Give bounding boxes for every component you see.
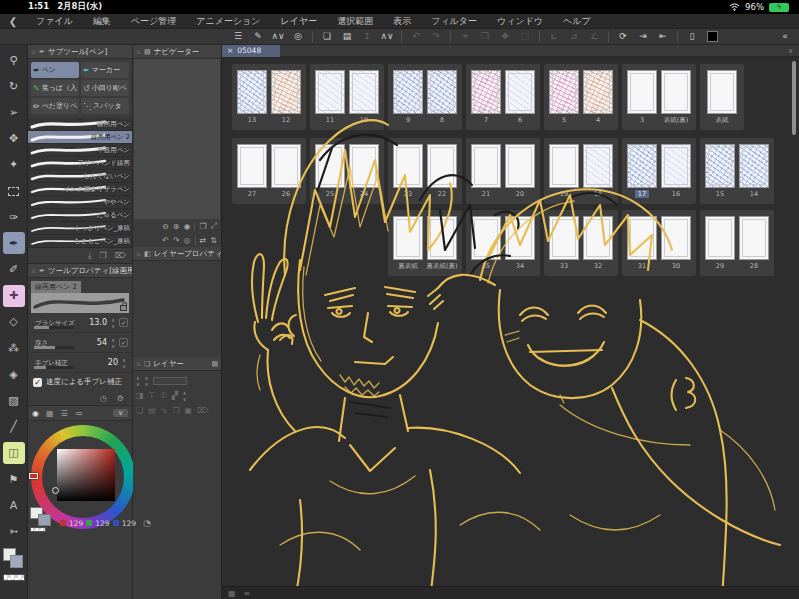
vertical-scrollbar[interactable] [792, 61, 796, 135]
page-thumbnail-image[interactable] [583, 216, 613, 260]
page-thumbnail[interactable]: 26 [271, 144, 301, 204]
color-wheel-tab[interactable]: ◉ [32, 409, 39, 418]
page-thumbnail-image[interactable] [627, 216, 657, 260]
merge-down-icon[interactable]: ❐ [172, 406, 179, 415]
text-tool[interactable]: A [3, 494, 25, 516]
page-spread-card[interactable]: 3表紙(裏) [622, 64, 696, 130]
speed-stabilize-row[interactable]: ✓ 速度による手ブレ補正 [28, 373, 132, 391]
color-slider-tab[interactable]: ☰ [61, 409, 68, 418]
page-thumbnail-image[interactable] [427, 144, 457, 188]
next-page-icon[interactable]: ⇥ [633, 29, 653, 44]
delete-layer-icon[interactable]: ⌦ [197, 406, 208, 415]
brush-row-2[interactable]: 不器用ペン [28, 144, 132, 157]
page-thumbnail[interactable]: 20 [505, 144, 535, 204]
brush-stroke-preview[interactable] [31, 293, 129, 313]
page-thumbnail-image[interactable] [661, 70, 691, 114]
strip-color-swatches[interactable] [3, 548, 25, 574]
color-panel-collapse-icon[interactable]: ∨ [113, 409, 128, 417]
brush-row-1[interactable]: 線画用ペン 2 [28, 131, 132, 144]
page-thumbnail[interactable]: 裏表紙(裏) [427, 216, 457, 276]
property-value[interactable]: 13.0 [89, 318, 107, 327]
preset-chip[interactable]: 線画用ペン 2 [31, 281, 81, 293]
subtool-group-5[interactable]: ⋱スパッタ [81, 98, 129, 114]
subtool-panel-header[interactable]: ≡ ✒ サブツール[ペン] [28, 45, 132, 59]
move-layer-tool[interactable]: ✥ [3, 128, 25, 150]
brush-row-8[interactable]: くっきりペン_原稿 [28, 222, 132, 235]
strip-background-swatch[interactable] [10, 555, 23, 568]
gradient-tool[interactable]: ▨ [3, 390, 25, 412]
page-spread-card[interactable]: 3332 [544, 210, 618, 276]
page-thumbnail[interactable]: 35 [471, 216, 501, 276]
document-tab[interactable]: × 05048 [222, 45, 280, 57]
page-cycle-icon[interactable]: ∧∨ [377, 29, 397, 44]
pen-settings-icon[interactable]: ✎ [248, 29, 268, 44]
brush-row-0[interactable]: 線画用ペン [28, 118, 132, 131]
open-file-icon[interactable]: ▤ [337, 29, 357, 44]
page-thumbnail[interactable]: 33 [549, 216, 579, 276]
main-color-swatch[interactable] [707, 31, 718, 42]
marquee-select-tool[interactable] [3, 180, 25, 202]
auto-select-tool[interactable]: ✦ [3, 154, 25, 176]
stepper-icon[interactable]: ∧∨ [109, 337, 117, 349]
dynamics-button[interactable]: ✓ [119, 338, 128, 347]
page-spread-card[interactable]: 54 [544, 64, 618, 130]
page-thumbnail[interactable]: 27 [237, 144, 267, 204]
page-thumbnail-image[interactable] [583, 70, 613, 114]
delete-subtool-icon[interactable]: ⌦ [115, 251, 126, 260]
page-thumbnail[interactable]: 28 [739, 216, 769, 276]
pen-tool[interactable]: ✒ [3, 232, 25, 254]
page-spread-card[interactable]: 2120 [466, 138, 540, 204]
view-reset-icon[interactable]: ⟳ [613, 29, 633, 44]
fill-tool[interactable]: ◈ [3, 363, 25, 385]
menu-item-1[interactable]: 編集 [83, 15, 121, 28]
navigator-header[interactable]: ≡ ▤ ナビゲーター [133, 45, 221, 59]
stroke-history-icon[interactable]: ◷ [100, 394, 107, 403]
page-thumbnail[interactable]: 32 [583, 216, 613, 276]
page-thumbnail[interactable]: 17 [627, 144, 657, 204]
page-thumbnail-image[interactable] [627, 144, 657, 188]
page-thumbnail-image[interactable] [393, 70, 423, 114]
page-thumbnail[interactable]: 8 [427, 70, 457, 130]
property-slider[interactable] [34, 346, 74, 349]
zoom-tool[interactable]: ⚲ [3, 49, 25, 71]
page-thumbnail[interactable]: 23 [393, 144, 423, 204]
page-thumbnail[interactable]: 5 [549, 70, 579, 130]
clip-studio-logo[interactable]: ❮ [0, 16, 26, 27]
page-spread-card[interactable]: 1110 [310, 64, 384, 130]
sv-marker[interactable] [52, 487, 59, 494]
page-thumbnail-image[interactable] [315, 70, 345, 114]
polyline-tool[interactable]: ⚑ [3, 468, 25, 490]
page-spread-card[interactable]: 2322 [388, 138, 462, 204]
wrench-icon[interactable]: ⚙ [117, 394, 124, 403]
page-spread-card[interactable]: 1514 [700, 138, 774, 204]
page-thumbnail-image[interactable] [707, 70, 737, 114]
page-spread-card[interactable]: 1716 [622, 138, 696, 204]
new-page-icon[interactable]: ❏ [317, 29, 337, 44]
canvas-grid-icon[interactable]: ▦ [228, 589, 236, 598]
page-thumbnail-image[interactable] [505, 70, 535, 114]
page-thumbnail[interactable]: 21 [471, 144, 501, 204]
page-thumbnail-image[interactable] [583, 144, 613, 188]
page-thumbnail-image[interactable] [471, 144, 501, 188]
saturation-value-square[interactable] [57, 449, 115, 501]
transfer-down-icon[interactable]: ⇘ [161, 406, 168, 415]
page-thumbnail-image[interactable] [549, 70, 579, 114]
layer-panel-side-icon[interactable]: ▤ [211, 360, 218, 368]
page-spread-card[interactable]: 1918 [544, 138, 618, 204]
color-mix-icon[interactable]: ◔ [143, 518, 151, 528]
navigator-preview[interactable] [134, 59, 220, 219]
stepper-icon[interactable]: ∧∨ [109, 317, 117, 329]
main-menu-icon[interactable]: ☰ [228, 29, 248, 44]
operation-flow-tool[interactable]: ➳ [3, 520, 25, 542]
fg-bg-swatches[interactable] [30, 507, 56, 531]
dynamics-button[interactable]: ✓ [119, 318, 128, 327]
page-spread-card[interactable]: 2726 [232, 138, 306, 204]
page-thumbnail-image[interactable] [349, 144, 379, 188]
menu-item-2[interactable]: ページ管理 [121, 15, 186, 28]
page-thumbnail-image[interactable] [549, 144, 579, 188]
zoom-in-icon[interactable]: ⊕ [173, 222, 180, 231]
page-thumbnail[interactable]: 15 [705, 144, 735, 204]
page-spread-card[interactable]: 3534 [466, 210, 540, 276]
page-thumbnail-image[interactable] [739, 216, 769, 260]
page-thumbnail-image[interactable] [471, 70, 501, 114]
